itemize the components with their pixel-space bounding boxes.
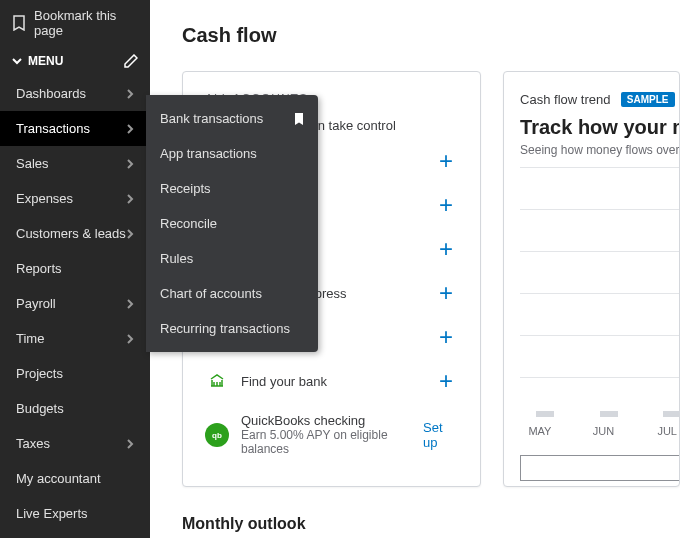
chevron-down-icon	[12, 56, 22, 66]
submenu-item-label: Receipts	[160, 181, 211, 196]
bank-row: qbQuickBooks checkingEarn 5.00% APY on e…	[205, 403, 458, 466]
submenu-item-receipts[interactable]: Receipts	[146, 171, 318, 206]
chevron-right-icon	[126, 438, 134, 450]
sidebar-item-label: My accountant	[16, 471, 101, 486]
submenu-item-label: App transactions	[160, 146, 257, 161]
sidebar-item-label: Time	[16, 331, 44, 346]
sidebar-item-taxes[interactable]: Taxes	[0, 426, 150, 461]
submenu-item-app-transactions[interactable]: App transactions	[146, 136, 318, 171]
pencil-icon[interactable]	[124, 54, 138, 68]
sidebar-item-reports[interactable]: Reports	[0, 251, 150, 286]
add-account-button[interactable]: +	[434, 281, 458, 305]
transactions-submenu: Bank transactionsApp transactionsReceipt…	[146, 95, 318, 352]
chart-area: MAYJUNJUL	[520, 167, 679, 407]
sidebar-item-expenses[interactable]: Expenses	[0, 181, 150, 216]
menu-list: DashboardsTransactionsSalesExpensesCusto…	[0, 76, 150, 538]
sidebar-item-time[interactable]: Time	[0, 321, 150, 356]
monthly-outlook-title: Monthly outlook	[182, 515, 680, 533]
sidebar-item-transactions[interactable]: Transactions	[0, 111, 150, 146]
submenu-item-chart-of-accounts[interactable]: Chart of accounts	[146, 276, 318, 311]
chevron-right-icon	[126, 298, 134, 310]
sidebar-item-label: Reports	[16, 261, 62, 276]
bank-name: QuickBooks checking	[241, 413, 423, 428]
sidebar-item-label: Budgets	[16, 401, 64, 416]
setup-link[interactable]: Set up	[423, 420, 458, 450]
bookmark-icon	[294, 113, 304, 125]
sidebar-item-dashboards[interactable]: Dashboards	[0, 76, 150, 111]
sidebar-item-projects[interactable]: Projects	[0, 356, 150, 391]
submenu-item-bank-transactions[interactable]: Bank transactions	[146, 101, 318, 136]
chart-axis: MAYJUNJUL	[528, 425, 679, 437]
bookmark-label: Bookmark this page	[34, 8, 138, 38]
chart-month-label: JUL	[655, 425, 679, 437]
page-title: Cash flow	[182, 24, 680, 47]
chevron-right-icon	[126, 228, 134, 240]
sidebar-item-label: Customers & leads	[16, 226, 126, 241]
sidebar-item-budgets[interactable]: Budgets	[0, 391, 150, 426]
sidebar-item-sales[interactable]: Sales	[0, 146, 150, 181]
sidebar-item-payroll[interactable]: Payroll	[0, 286, 150, 321]
submenu-item-label: Bank transactions	[160, 111, 263, 126]
submenu-item-rules[interactable]: Rules	[146, 241, 318, 276]
chevron-right-icon	[126, 193, 134, 205]
svg-text:qb: qb	[212, 431, 222, 440]
submenu-item-label: Chart of accounts	[160, 286, 262, 301]
submenu-item-reconcile[interactable]: Reconcile	[146, 206, 318, 241]
sidebar-item-my-accountant[interactable]: My accountant	[0, 461, 150, 496]
chart-input-box[interactable]	[520, 455, 680, 481]
sidebar-item-label: Payroll	[16, 296, 56, 311]
add-account-button[interactable]: +	[434, 369, 458, 393]
add-account-button[interactable]: +	[434, 193, 458, 217]
bookmark-icon	[12, 15, 26, 31]
chevron-right-icon	[126, 333, 134, 345]
chart-month-label: JUN	[592, 425, 616, 437]
bank-logo	[205, 369, 229, 393]
sidebar-item-label: Projects	[16, 366, 63, 381]
cash-flow-trend-card: Cash flow trend SAMPLE Track how your mo…	[503, 71, 680, 487]
sample-badge: SAMPLE	[621, 92, 675, 107]
bank-subtext: Earn 5.00% APY on eligible balances	[241, 428, 423, 456]
chevron-right-icon	[126, 123, 134, 135]
sidebar-item-label: Sales	[16, 156, 49, 171]
add-account-button[interactable]: +	[434, 149, 458, 173]
add-account-button[interactable]: +	[434, 325, 458, 349]
submenu-item-label: Recurring transactions	[160, 321, 290, 336]
sidebar-item-customers-leads[interactable]: Customers & leads	[0, 216, 150, 251]
sidebar-item-label: Transactions	[16, 121, 90, 136]
submenu-item-label: Reconcile	[160, 216, 217, 231]
bank-row: Find your bank+	[205, 359, 458, 403]
trend-title: Track how your mo	[520, 116, 679, 139]
submenu-item-recurring-transactions[interactable]: Recurring transactions	[146, 311, 318, 346]
chart-month-label: MAY	[528, 425, 552, 437]
chevron-right-icon	[126, 88, 134, 100]
sidebar-item-label: Live Experts	[16, 506, 88, 521]
sidebar: Bookmark this page MENU DashboardsTransa…	[0, 0, 150, 538]
sidebar-item-lending-banking[interactable]: Lending & banking	[0, 531, 150, 538]
menu-label: MENU	[28, 54, 63, 68]
trend-label: Cash flow trend	[520, 92, 610, 107]
sidebar-item-live-experts[interactable]: Live Experts	[0, 496, 150, 531]
sidebar-item-label: Dashboards	[16, 86, 86, 101]
trend-sub: Seeing how money flows over ti	[520, 143, 679, 157]
sidebar-item-label: Taxes	[16, 436, 50, 451]
chevron-right-icon	[126, 158, 134, 170]
sidebar-item-label: Expenses	[16, 191, 73, 206]
bookmark-page[interactable]: Bookmark this page	[0, 0, 150, 46]
submenu-item-label: Rules	[160, 251, 193, 266]
bank-name: Find your bank	[241, 374, 327, 389]
menu-header: MENU	[0, 46, 150, 76]
add-account-button[interactable]: +	[434, 237, 458, 261]
bank-logo: qb	[205, 423, 229, 447]
